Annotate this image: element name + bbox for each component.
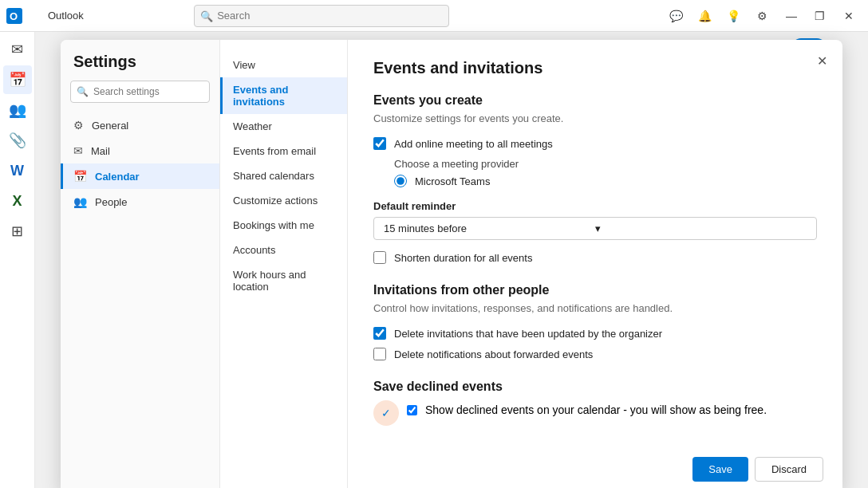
discard-button[interactable]: Discard (755, 457, 823, 482)
delete-forwarded-checkbox[interactable] (373, 348, 386, 360)
shorten-duration-checkbox[interactable] (373, 251, 386, 264)
general-icon: ⚙ (73, 119, 84, 132)
default-reminder-value: 15 minutes before (384, 222, 595, 234)
calendar-nav-icon: 📅 (73, 170, 87, 183)
show-declined-label[interactable]: Show declined events on your calendar - … (425, 403, 767, 416)
settings-search-input[interactable] (70, 81, 210, 103)
nav-people-button[interactable]: 👥 (3, 96, 32, 124)
check-icon: ✓ (381, 407, 391, 419)
save-button[interactable]: Save (692, 457, 748, 482)
sidebar-item-label-people: People (95, 196, 127, 208)
content-area: Settings 🔍 ⚙ General ✉ Mail 📅 (35, 32, 868, 488)
titlebar-search-icon: 🔍 (200, 10, 213, 22)
maximize-button[interactable]: ❐ (807, 3, 833, 29)
shorten-duration-row: Shorten duration for all events (373, 251, 817, 264)
default-reminder-label: Default reminder (373, 200, 817, 212)
show-declined-checkbox[interactable] (407, 405, 417, 415)
sidebar-item-label-general: General (92, 120, 128, 132)
sidebar-item-calendar[interactable]: 📅 Calendar (61, 163, 219, 189)
nav-apps-button[interactable]: ⊞ (3, 217, 32, 246)
settings-button[interactable]: ⚙ (750, 3, 775, 29)
nav-calendar-button[interactable]: 📅 (3, 65, 32, 94)
footer-buttons: Save Discard (692, 457, 823, 482)
subnav-events-from-email[interactable]: Events from email (220, 139, 347, 163)
add-online-meeting-checkbox[interactable] (373, 137, 386, 150)
save-declined-icon-circle: ✓ (373, 400, 399, 426)
titlebar: O Outlook 🔍 💬 🔔 💡 ⚙ — ❐ ✕ (0, 0, 868, 32)
default-reminder-dropdown[interactable]: 15 minutes before ▾ (373, 217, 817, 240)
settings-title: Settings (61, 53, 219, 81)
app-logo: O (6, 8, 41, 24)
invitations-desc: Control how invitations, responses, and … (373, 302, 817, 314)
subnav-customize-actions[interactable]: Customize actions (220, 188, 347, 213)
nav-mail-button[interactable]: ✉ (3, 35, 32, 64)
nav-excel-button[interactable]: X (3, 187, 32, 215)
invitations-section: Invitations from other people Control ho… (373, 283, 817, 360)
delete-updated-checkbox[interactable] (373, 327, 386, 340)
titlebar-search-wrap: 🔍 (194, 5, 449, 27)
subnav-events-invitations[interactable]: Events and invitations (220, 77, 347, 114)
delete-updated-label[interactable]: Delete invitations that have been update… (394, 328, 662, 340)
settings-close-button[interactable]: ✕ (811, 49, 833, 72)
settings-sidebar: Settings 🔍 ⚙ General ✉ Mail 📅 (61, 40, 220, 488)
delete-updated-row: Delete invitations that have been update… (373, 327, 817, 340)
outlook-icon: O (6, 8, 22, 24)
help-button[interactable]: 💡 (721, 3, 747, 29)
provider-teams-radio[interactable] (394, 175, 407, 187)
settings-search-icon: 🔍 (77, 86, 89, 97)
events-create-title: Events you create (373, 93, 817, 108)
subnav-bookings-with-me[interactable]: Bookings with me (220, 213, 347, 238)
provider-teams-row: Microsoft Teams (394, 175, 817, 187)
nav-word-button[interactable]: W (3, 156, 32, 185)
sidebar-item-people[interactable]: 👥 People (61, 189, 219, 214)
minimize-button[interactable]: — (779, 3, 804, 29)
delete-forwarded-label[interactable]: Delete notifications about forwarded eve… (394, 348, 593, 360)
sidebar-item-label-calendar: Calendar (95, 171, 140, 183)
close-button[interactable]: ✕ (836, 3, 862, 29)
titlebar-search-input[interactable] (194, 5, 449, 27)
subnav-work-hours[interactable]: Work hours and location (220, 262, 347, 299)
subnav-weather[interactable]: Weather (220, 114, 347, 139)
comment-button[interactable]: 💬 (664, 3, 689, 29)
save-declined-title: Save declined events (373, 380, 817, 394)
titlebar-actions: 💬 🔔 💡 ⚙ — ❐ ✕ (664, 3, 862, 29)
notification-button[interactable]: 🔔 (692, 3, 718, 29)
add-online-meeting-row: Add online meeting to all meetings (373, 137, 817, 150)
choose-provider-label: Choose a meeting provider (394, 158, 817, 170)
people-nav-icon: 👥 (73, 195, 87, 208)
settings-content: ✕ Events and invitations Events you crea… (348, 40, 842, 488)
settings-subnav: View Events and invitations Weather Even… (220, 40, 348, 488)
settings-search: 🔍 (70, 81, 210, 103)
settings-panel: Settings 🔍 ⚙ General ✉ Mail 📅 (61, 40, 842, 488)
provider-teams-label[interactable]: Microsoft Teams (415, 175, 490, 187)
nav-files-button[interactable]: 📎 (3, 126, 32, 155)
delete-forwarded-row: Delete notifications about forwarded eve… (373, 348, 817, 360)
subnav-view[interactable]: View (220, 53, 347, 77)
sidebar-item-label-mail: Mail (91, 145, 110, 157)
sidebar-item-general[interactable]: ⚙ General (61, 112, 219, 138)
save-declined-row: ✓ Show declined events on your calendar … (373, 399, 817, 426)
app-name: Outlook (48, 10, 84, 22)
icon-nav: ✉ 📅 👥 📎 W X ⊞ (0, 32, 35, 488)
settings-overlay: Settings 🔍 ⚙ General ✉ Mail 📅 (35, 40, 868, 488)
app-body: ✉ 📅 👥 📎 W X ⊞ Settings 🔍 ⚙ Genera (0, 32, 868, 488)
content-title: Events and invitations (373, 59, 817, 77)
sidebar-item-mail[interactable]: ✉ Mail (61, 138, 219, 163)
invitations-title: Invitations from other people (373, 283, 817, 297)
dropdown-chevron-icon: ▾ (595, 222, 807, 234)
events-create-desc: Customize settings for events you create… (373, 112, 817, 124)
mail-icon: ✉ (73, 144, 83, 157)
subnav-shared-calendars[interactable]: Shared calendars (220, 163, 347, 188)
shorten-duration-label[interactable]: Shorten duration for all events (394, 252, 532, 264)
subnav-accounts[interactable]: Accounts (220, 238, 347, 262)
svg-text:O: O (10, 10, 18, 22)
add-online-meeting-label[interactable]: Add online meeting to all meetings (394, 138, 553, 150)
save-declined-section: Save declined events ✓ Show declined eve… (373, 380, 817, 426)
